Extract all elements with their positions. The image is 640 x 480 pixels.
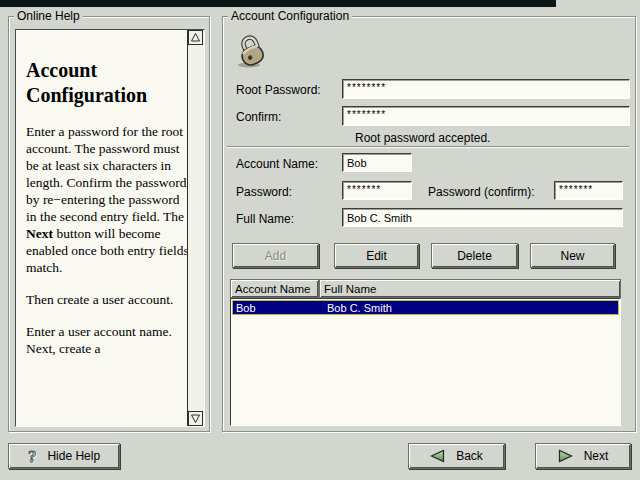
scroll-down-button[interactable] [188,411,203,426]
root-password-input[interactable]: ******** [342,79,630,99]
next-label: Next [584,449,609,463]
section-separator [227,146,629,148]
table-row[interactable]: Bob Bob C. Smith [232,300,619,315]
hide-help-label: Hide Help [47,449,100,463]
account-name-label: Account Name: [236,157,318,171]
help-viewport: Account Configuration Enter a password f… [15,29,205,427]
cell-full-name: Bob C. Smith [325,302,392,314]
padlock-icon [235,33,269,69]
user-password-label: Password: [236,185,292,199]
confirm-password-label: Confirm: [236,110,281,124]
installer-screen: Online Help Account Configuration Enter … [0,0,640,480]
help-scrollbar[interactable] [187,30,204,426]
next-arrow-icon [558,449,573,463]
full-name-input[interactable]: Bob C. Smith [342,208,623,227]
down-arrow-icon [191,414,200,423]
root-password-status: Root password accepted. [355,131,490,145]
password-confirm-label: Password (confirm): [428,185,535,199]
password-confirm-input[interactable]: ******* [554,181,623,200]
account-configuration-title: Account Configuration [228,9,352,23]
user-password-input[interactable]: ******* [342,181,412,200]
account-name-input[interactable]: Bob [342,153,412,172]
account-configuration-groupbox: Account Configuration Root Password: ***… [222,16,636,432]
confirm-password-input[interactable]: ******** [342,106,630,126]
help-paragraph-1-text: Enter a password for the root account. T… [26,124,186,224]
next-button[interactable]: Next [535,443,631,469]
table-header-account-name[interactable]: Account Name [230,279,319,298]
help-paragraph-1: Enter a password for the root account. T… [26,123,188,276]
back-button[interactable]: Back [408,443,505,469]
help-scrollbar-track[interactable] [188,45,203,411]
online-help-groupbox: Online Help Account Configuration Enter … [8,16,210,432]
root-password-label: Root Password: [236,83,321,97]
help-paragraph-1-bold: Next [26,226,53,241]
help-content: Account Configuration Enter a password f… [16,30,188,426]
top-edge-band [0,0,556,7]
full-name-label: Full Name: [236,212,294,226]
delete-button[interactable]: Delete [431,243,518,268]
help-paragraph-2: Then create a user account. [26,291,188,308]
online-help-title: Online Help [14,9,83,23]
table-header-full-name[interactable]: Full Name [319,279,621,298]
accounts-table[interactable]: Bob Bob C. Smith [230,298,621,426]
back-label: Back [456,449,483,463]
help-heading: Account Configuration [26,58,176,108]
up-arrow-icon [191,33,200,42]
cell-account-name: Bob [233,302,325,314]
edit-button[interactable]: Edit [334,243,419,268]
help-paragraph-3: Enter a user account name. Next, create … [26,323,188,357]
question-mark-icon: ? [28,448,37,465]
back-arrow-icon [430,449,445,463]
scroll-up-button[interactable] [188,30,203,45]
new-button[interactable]: New [530,243,615,268]
hide-help-button[interactable]: ? Hide Help [8,443,120,469]
add-button[interactable]: Add [232,243,319,268]
